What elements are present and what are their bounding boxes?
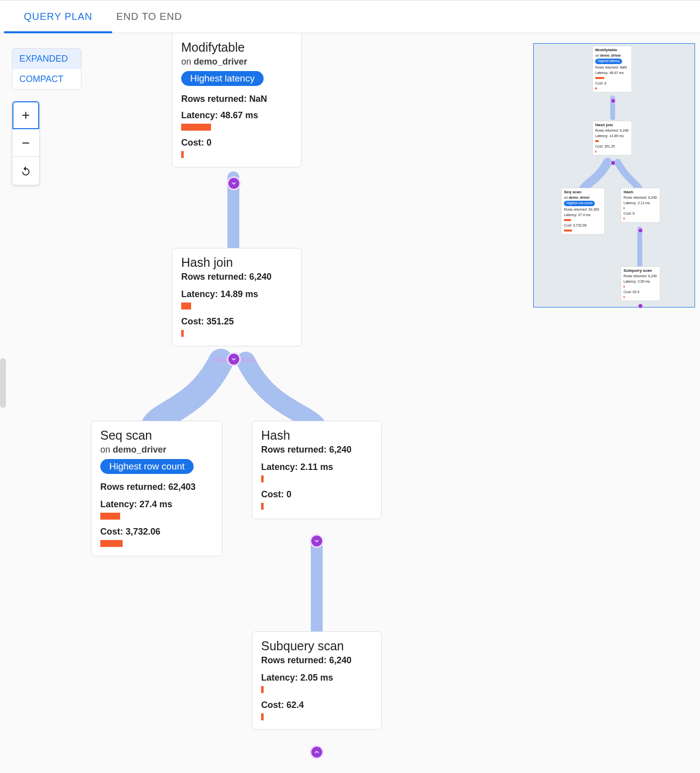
chevron-accent [212,361,227,362]
mini-lat-bar [624,286,625,288]
mini-chevron-icon [611,99,615,103]
mini-cost: Cost: 3,732.06 [564,223,602,228]
app-container: QUERY PLAN END TO END EXPANDED COMPACT +… [0,0,700,773]
mini-table: demo_driver [600,54,621,57]
cost-label: Cost: 0 [181,138,292,148]
latency-bar-row [261,475,372,484]
tab-end-to-end[interactable]: END TO END [116,0,182,33]
latency-bar-row [100,513,213,522]
rows-label: Rows returned: 62,403 [100,482,213,492]
chevron-accent [240,361,255,362]
mini-rows: Rows returned: 6,240 [624,195,657,200]
mini-cost: Cost: 0 [624,211,657,216]
chevron-expand-icon[interactable] [311,747,322,758]
badge-highest-latency: Highest latency [181,71,264,86]
mini-lat-bar [624,207,625,209]
latency-label: Latency: 2.11 ms [261,462,372,472]
chevron-accent [212,358,227,359]
mini-cost-bar [595,87,597,89]
mini-node-subquery: Subquery scan Rows returned: 6,240 Laten… [621,266,660,301]
badge-highest-row-count: Highest row count [100,459,194,474]
mini-title: Subquery scan [624,268,657,274]
mini-title: Hash join [595,123,629,128]
mini-lat-bar [595,77,604,79]
node-title: Seq scan [100,428,213,443]
mini-node-seqscan: Seq scan on demo_driver Highest row coun… [561,188,605,234]
latency-label: Latency: 27.4 ms [100,499,213,510]
mini-chevron-icon [611,161,615,165]
latency-bar-row [261,686,372,695]
cost-bar [181,330,184,337]
mini-lat-bar [595,140,599,142]
latency-bar [100,513,120,520]
mini-title: Seq scan [564,190,602,195]
mini-lat: Latency: 2.11 ms [624,201,657,205]
mini-cost: Cost: 62.4 [624,290,657,294]
mini-badge: Highest latency [595,59,622,64]
node-title: Subquery scan [261,639,372,653]
node-title: Hash [261,428,372,443]
latency-bar [261,475,264,482]
node-subquery[interactable]: Subquery scan Rows returned: 6,240 Laten… [252,631,382,730]
mini-rows: Rows returned: 6,240 [595,128,629,133]
chevron-collapse-icon[interactable] [228,178,239,189]
node-table: demo_driver [113,445,166,455]
latency-bar [181,124,211,131]
tab-query-plan[interactable]: QUERY PLAN [24,0,92,33]
node-title: Hash join [181,255,292,270]
mini-on: on [595,54,600,57]
latency-bar [181,303,191,309]
mini-title: Modifytable [595,48,629,53]
mini-badge: Highest row count [564,201,595,206]
cost-bar-row [181,151,292,160]
mini-lat-bar [564,219,571,221]
mini-cost-bar [564,230,572,232]
minimap[interactable]: Modifytable on demo_driver Highest laten… [533,43,695,308]
latency-bar [261,686,264,693]
mini-rows: Rows returned: NaN [595,65,629,70]
latency-bar-row [181,124,292,133]
cost-bar [181,151,184,158]
latency-label: Latency: 48.67 ms [181,110,292,121]
mini-cost: Cost: 0 [595,81,629,85]
mini-title: Hash [624,190,657,195]
chevron-collapse-icon[interactable] [228,354,239,365]
cost-bar [261,503,264,510]
mini-cost: Cost: 351.25 [595,144,629,149]
node-modifytable[interactable]: Modifytable on demo_driver Highest laten… [172,33,302,167]
mini-rows: Rows returned: 62,403 [564,207,602,212]
node-hashjoin[interactable]: Hash join Rows returned: 6,240 Latency: … [172,248,302,346]
cost-bar-row [181,330,292,339]
rows-label: Rows returned: 6,240 [261,445,372,455]
mini-node-modifytable: Modifytable on demo_driver Highest laten… [592,46,632,92]
node-hash[interactable]: Hash Rows returned: 6,240 Latency: 2.11 … [252,421,382,519]
node-seqscan[interactable]: Seq scan on demo_driver Highest row coun… [91,421,222,556]
mini-rows: Rows returned: 6,240 [624,274,657,278]
mini-lat: Latency: 48.67 ms [595,71,629,75]
chevron-accent [240,358,255,359]
mini-table: demo_driver [569,196,590,199]
cost-bar-row [100,540,213,549]
cost-label: Cost: 351.25 [181,316,292,327]
cost-bar [261,713,264,720]
latency-bar-row [181,303,292,311]
rows-label: Rows returned: NaN [181,94,292,104]
cost-bar-row [261,503,372,512]
mini-chevron-icon [638,304,642,308]
mini-node-hash: Hash Rows returned: 6,240 Latency: 2.11 … [621,188,660,223]
cost-bar-row [261,713,372,722]
mini-node-hashjoin: Hash join Rows returned: 6,240 Latency: … [592,121,632,155]
latency-label: Latency: 2.05 ms [261,673,372,683]
mini-cost-bar [595,151,596,153]
cost-bar [100,540,123,547]
node-subtitle: on demo_driver [100,445,213,455]
cost-label: Cost: 3,732.06 [100,527,213,537]
node-subtitle: on demo_driver [181,57,292,67]
rows-label: Rows returned: 6,240 [181,272,292,282]
mini-lat: Latency: 14.89 ms [595,134,629,138]
mini-lat: Latency: 27.4 ms [564,213,602,217]
mini-cost-bar [624,218,625,220]
mini-chevron-icon [638,229,642,232]
chevron-collapse-icon[interactable] [311,536,322,546]
on-prefix: on [100,445,113,455]
